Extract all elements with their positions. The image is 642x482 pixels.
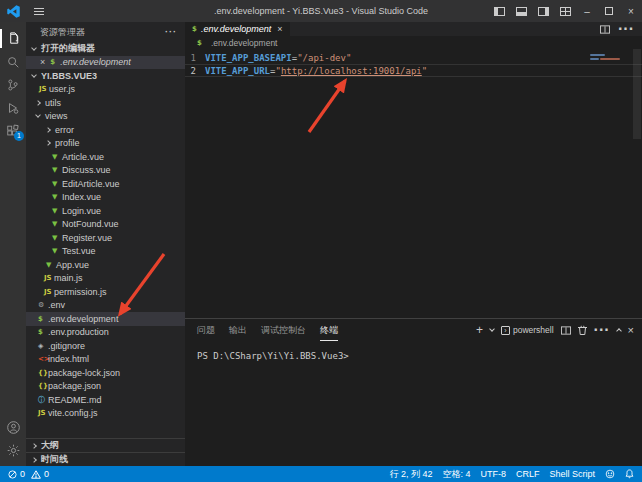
tree-item-views[interactable]: views	[26, 110, 185, 124]
panel-tab-输出[interactable]: 输出	[229, 320, 247, 340]
terminal-dropdown-icon[interactable]	[489, 326, 495, 332]
tree-item-Index.vue[interactable]: ▼Index.vue	[26, 191, 185, 205]
feedback-icon[interactable]	[605, 469, 615, 479]
tree-item-App.vue[interactable]: ▼App.vue	[26, 258, 185, 272]
tree-item-label: .env.development	[48, 314, 118, 324]
tree-item-README.md[interactable]: ⓘREADME.md	[26, 393, 185, 407]
vue-file-icon: ▼	[52, 166, 62, 174]
vue-file-icon: ▼	[52, 247, 62, 255]
account-icon[interactable]	[0, 416, 26, 439]
language-mode[interactable]: Shell Script	[549, 469, 595, 479]
panel-tab-终端[interactable]: 终端	[320, 320, 338, 341]
panel-tab-调试控制台[interactable]: 调试控制台	[261, 320, 306, 340]
notifications-bell-icon[interactable]	[625, 469, 634, 479]
toggle-panel-icon[interactable]	[510, 0, 532, 22]
tree-item-.env.production[interactable]: $.env.production	[26, 326, 185, 340]
close-window-button[interactable]: ×	[620, 0, 642, 22]
vscode-window: .env.development - Yi.BBS.Vue3 - Visual …	[0, 0, 642, 482]
close-editor-icon[interactable]: ×	[40, 57, 45, 67]
maximize-panel-icon[interactable]	[616, 328, 622, 334]
editor-tab-bar: $ .env.development × ···	[185, 22, 642, 36]
close-tab-icon[interactable]: ×	[277, 24, 282, 34]
tree-item-label: EditArticle.vue	[62, 179, 120, 189]
url-link[interactable]: http://localhost:19001/api	[281, 66, 422, 76]
tree-item-utils[interactable]: utils	[26, 96, 185, 110]
tree-item-label: package.json	[48, 381, 101, 391]
tab-env-development[interactable]: $ .env.development ×	[185, 22, 290, 36]
tree-item-Test.vue[interactable]: ▼Test.vue	[26, 245, 185, 259]
outline-label: 大纲	[41, 439, 59, 452]
indentation-status[interactable]: 空格: 4	[442, 468, 470, 481]
toggle-secondary-sidebar-icon[interactable]	[532, 0, 554, 22]
tree-item-label: index.html	[48, 354, 89, 364]
toggle-sidebar-icon[interactable]	[488, 0, 510, 22]
editor-scrollbar[interactable]	[632, 49, 642, 318]
problems-status[interactable]: 0 0	[8, 469, 49, 479]
maximize-button[interactable]	[598, 0, 620, 22]
sidebar-more-actions-icon[interactable]: ···	[165, 27, 177, 37]
chevron-down-icon	[31, 72, 37, 78]
tree-item-vite.config.js[interactable]: JSvite.config.js	[26, 407, 185, 421]
open-editors-label: 打开的编辑器	[41, 42, 95, 55]
code-text: VITE_APP_URL="http://localhost:19001/api…	[205, 66, 427, 76]
tree-item-error[interactable]: error	[26, 123, 185, 137]
search-icon[interactable]	[0, 50, 26, 73]
tree-item-Login.vue[interactable]: ▼Login.vue	[26, 204, 185, 218]
tree-item-package-lock.json[interactable]: {}package-lock.json	[26, 366, 185, 380]
tree-item-Discuss.vue[interactable]: ▼Discuss.vue	[26, 164, 185, 178]
extensions-icon[interactable]: 1	[0, 119, 26, 142]
line-number: 2	[185, 66, 205, 76]
outline-section[interactable]: 大纲	[26, 438, 185, 452]
tree-item-.env.development[interactable]: $.env.development	[26, 312, 185, 326]
open-editors-section[interactable]: 打开的编辑器	[26, 42, 185, 56]
tree-item-EditArticle.vue[interactable]: ▼EditArticle.vue	[26, 177, 185, 191]
tree-item-Register.vue[interactable]: ▼Register.vue	[26, 231, 185, 245]
cursor-position[interactable]: 行 2, 列 42	[389, 468, 432, 481]
minimap[interactable]	[590, 52, 628, 76]
js-file-icon: JS	[38, 409, 48, 417]
tree-item-NotFound.vue[interactable]: ▼NotFound.vue	[26, 218, 185, 232]
code-editor[interactable]: 1VITE_APP_BASEAPI="/api-dev"2VITE_APP_UR…	[185, 49, 642, 318]
minimize-button[interactable]: –	[576, 0, 598, 22]
breadcrumb[interactable]: $ .env.development	[185, 36, 642, 49]
tree-item-label: NotFound.vue	[62, 219, 119, 229]
tree-item-label: Index.vue	[62, 192, 101, 202]
chevron-down-icon	[35, 112, 41, 118]
tree-item-.env[interactable]: ⚙.env	[26, 299, 185, 313]
project-root-section[interactable]: YI.BBS.VUE3	[26, 69, 185, 83]
tree-item-user.js[interactable]: JSuser.js	[26, 83, 185, 97]
code-line-1[interactable]: 1VITE_APP_BASEAPI="/api-dev"	[185, 51, 642, 64]
explorer-icon[interactable]	[0, 27, 26, 50]
tree-item-main.js[interactable]: JSmain.js	[26, 272, 185, 286]
source-control-icon[interactable]	[0, 73, 26, 96]
vscode-logo-icon	[7, 5, 20, 18]
tree-item-profile[interactable]: profile	[26, 137, 185, 151]
bottom-panel: 问题输出调试控制台终端 + › powershell	[185, 318, 642, 466]
tree-item-.gitignore[interactable]: ◈.gitignore	[26, 339, 185, 353]
menu-icon[interactable]	[30, 5, 48, 18]
open-editor-item[interactable]: × $ .env.development	[26, 56, 185, 70]
customize-layout-icon[interactable]	[554, 0, 576, 22]
settings-gear-icon[interactable]	[0, 439, 26, 462]
close-panel-icon[interactable]: ×	[628, 324, 634, 336]
new-terminal-icon[interactable]: +	[476, 323, 483, 337]
panel-tab-问题[interactable]: 问题	[197, 320, 215, 340]
kill-terminal-icon[interactable]	[578, 321, 587, 339]
json-file-icon: {}	[38, 382, 48, 390]
shell-file-icon: $	[197, 39, 207, 47]
code-line-2[interactable]: 2VITE_APP_URL="http://localhost:19001/ap…	[185, 64, 642, 77]
run-debug-icon[interactable]	[0, 96, 26, 119]
tree-item-index.html[interactable]: <>index.html	[26, 353, 185, 367]
timeline-section[interactable]: 时间线	[26, 452, 185, 466]
tree-item-Article.vue[interactable]: ▼Article.vue	[26, 150, 185, 164]
open-editor-label: .env.development	[60, 57, 130, 67]
encoding-status[interactable]: UTF-8	[480, 469, 506, 479]
terminal-output[interactable]: PS D:\CSharp\Yi\Yi.BBS.Vue3>	[185, 341, 642, 466]
eol-status[interactable]: CRLF	[516, 469, 540, 479]
panel-more-actions-icon[interactable]: ···	[594, 321, 610, 339]
warning-count: 0	[44, 469, 49, 479]
terminal-shell-picker[interactable]: › powershell	[501, 325, 554, 335]
tree-item-permission.js[interactable]: JSpermission.js	[26, 285, 185, 299]
tree-item-package.json[interactable]: {}package.json	[26, 380, 185, 394]
split-terminal-icon[interactable]	[561, 321, 571, 339]
